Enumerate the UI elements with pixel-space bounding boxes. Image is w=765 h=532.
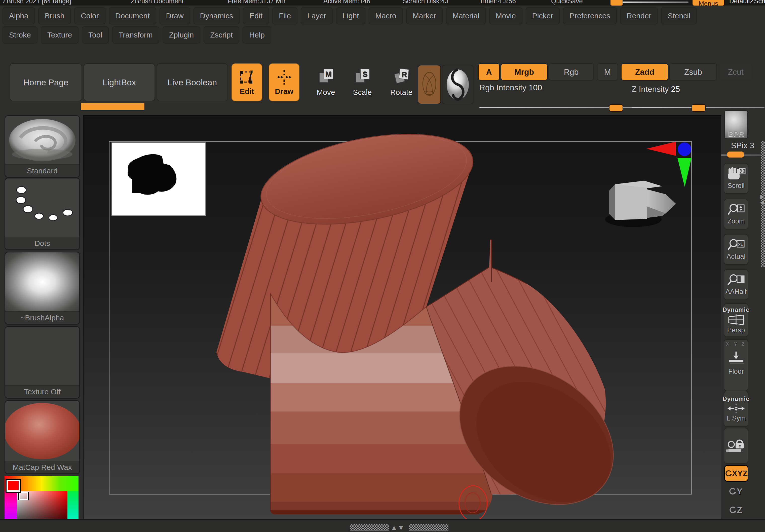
rgb-intensity-handle[interactable] (609, 104, 623, 112)
persp-button[interactable]: Dynamic Persp (724, 303, 748, 337)
actual-button[interactable]: x1 Actual (724, 234, 748, 265)
tray-down-arrow[interactable]: ▼ (397, 524, 404, 531)
rotate-z-button[interactable]: Z (726, 502, 745, 517)
svg-text:S: S (363, 70, 368, 78)
menu-item-layer[interactable]: Layer (301, 7, 333, 24)
bottom-divider-strip-left[interactable] (350, 524, 389, 531)
open-tray-arrow[interactable]: ▶ (759, 194, 765, 199)
menu-item-picker[interactable]: Picker (526, 7, 560, 24)
menu-item-file[interactable]: File (272, 7, 298, 24)
menu-item-light[interactable]: Light (336, 7, 366, 24)
menu-item-preferences[interactable]: Preferences (563, 7, 617, 24)
current-texture-tile[interactable]: Texture Off (5, 326, 80, 399)
menu-item-render[interactable]: Render (620, 7, 658, 24)
rotate-button[interactable]: R Rotate (385, 67, 418, 99)
rotate-y-button[interactable]: Y (726, 484, 745, 499)
lsym-button[interactable]: Dynamic L.Sym (724, 390, 748, 427)
aahalf-button[interactable]: AAHalf (724, 269, 748, 300)
actual-label: Actual (726, 253, 745, 261)
mode-rgb-button[interactable]: Rgb (548, 63, 594, 81)
mode-m-button[interactable]: M (597, 63, 618, 81)
current-stroke-tile[interactable]: Dots (5, 178, 80, 250)
titlebar-slider-handle[interactable] (610, 0, 623, 6)
rotate-xyz-button[interactable]: XYZ (724, 465, 748, 482)
menu-item-transform[interactable]: Transform (112, 26, 159, 44)
quicksave-button[interactable]: QuickSave (551, 0, 583, 6)
scale-button[interactable]: S Scale (349, 67, 376, 99)
spix-slider-handle[interactable] (727, 151, 744, 158)
edit-marquee-icon (239, 69, 255, 87)
move-button[interactable]: M Move (312, 67, 340, 99)
live-boolean-button[interactable]: Live Boolean (157, 63, 228, 101)
menu-item-dynamics[interactable]: Dynamics (194, 7, 240, 24)
spix-slider-label: SPix 3 (720, 141, 765, 150)
actual-size-icon: x1 (727, 239, 745, 252)
tray-up-arrow[interactable]: ▲ (390, 524, 397, 531)
right-tray-divider-arrows[interactable]: ▶ ◀ (759, 194, 765, 205)
zscript-status: DefaultZScript (729, 0, 765, 6)
document-canvas[interactable] (83, 115, 721, 520)
mode-zcut-button[interactable]: Zcut (719, 63, 752, 81)
rotate-y-label: Y (737, 486, 743, 496)
menus-button[interactable]: Menus (692, 0, 725, 6)
menu-item-zscript[interactable]: Zscript (204, 26, 239, 44)
current-alpha-tile[interactable]: ~BrushAlpha (5, 252, 80, 325)
floor-button[interactable]: X Y Z Floor (724, 339, 748, 391)
bottom-tray-arrows[interactable]: ▲▼ (390, 524, 404, 532)
brush-thumbnail (5, 116, 79, 164)
mode-mrgb-button[interactable]: Mrgb (501, 63, 547, 81)
material-sphere-button[interactable] (442, 65, 473, 104)
scroll-button[interactable]: Scroll (724, 163, 748, 194)
free-mem-status: Free Mem:3137 MB (228, 0, 286, 6)
scroll-hand-icon (726, 167, 746, 182)
menu-item-zplugin[interactable]: Zplugin (163, 26, 200, 44)
move-button-label: Move (317, 88, 335, 97)
menu-item-marker[interactable]: Marker (406, 7, 443, 24)
move-icon: M (317, 67, 335, 87)
menu-item-draw[interactable]: Draw (160, 7, 190, 24)
rotate-z-label: Z (737, 505, 742, 515)
current-material-tile[interactable]: MatCap Red Wax (5, 400, 80, 474)
svg-text:R: R (401, 70, 407, 78)
floor-axes-toggles[interactable]: X Y Z (726, 341, 746, 347)
draw-button-label: Draw (275, 87, 293, 96)
menu-item-edit[interactable]: Edit (243, 7, 269, 24)
menu-item-document[interactable]: Document (109, 7, 156, 24)
zoom-label: Zoom (727, 218, 745, 225)
bottom-divider-strip-right[interactable] (409, 524, 448, 531)
current-brush-tile[interactable]: Standard (5, 115, 80, 178)
menu-item-brush[interactable]: Brush (38, 7, 71, 24)
zoom-button[interactable]: Zoom (724, 199, 748, 230)
home-page-button[interactable]: Home Page (10, 63, 82, 101)
lightbox-button[interactable]: LightBox (84, 63, 155, 101)
title-bar: ZBrush 2021 [64 range] ZBrush Document F… (0, 0, 765, 6)
lock-camera-button[interactable]: c (724, 428, 748, 464)
axis-orientation-icon[interactable] (646, 142, 691, 187)
bpr-render-button[interactable]: BPR (724, 110, 748, 139)
rotate-icon: R (392, 67, 410, 87)
edit-button[interactable]: Edit (232, 63, 262, 101)
mode-zadd-button[interactable]: Zadd (621, 63, 668, 81)
menu-item-material[interactable]: Material (446, 7, 486, 24)
titlebar-slider-track[interactable] (623, 2, 688, 3)
menu-item-stencil[interactable]: Stencil (661, 7, 697, 24)
lsym-dynamic-label: Dynamic (722, 395, 749, 402)
menu-item-tool[interactable]: Tool (82, 26, 109, 44)
mode-a-button[interactable]: A (478, 63, 500, 81)
scratch-disk-status: Scratch Disk:43 (402, 0, 448, 6)
draw-button[interactable]: Draw (269, 63, 300, 101)
current-material-button[interactable] (418, 65, 441, 104)
menu-item-movie[interactable]: Movie (489, 7, 522, 24)
menu-item-alpha[interactable]: Alpha (3, 7, 35, 24)
current-color-swatch[interactable] (7, 480, 20, 492)
menu-item-texture[interactable]: Texture (41, 26, 79, 44)
menu-item-help[interactable]: Help (243, 26, 271, 44)
menu-item-stroke[interactable]: Stroke (3, 26, 38, 44)
menu-item-macro[interactable]: Macro (369, 7, 402, 24)
aahalf-label: AAHalf (725, 288, 747, 296)
left-tray-divider[interactable] (81, 103, 145, 111)
z-intensity-handle[interactable] (691, 104, 706, 112)
menu-item-color[interactable]: Color (74, 7, 105, 24)
mode-zsub-button[interactable]: Zsub (669, 63, 717, 81)
close-tray-arrow[interactable]: ◀ (759, 199, 765, 205)
